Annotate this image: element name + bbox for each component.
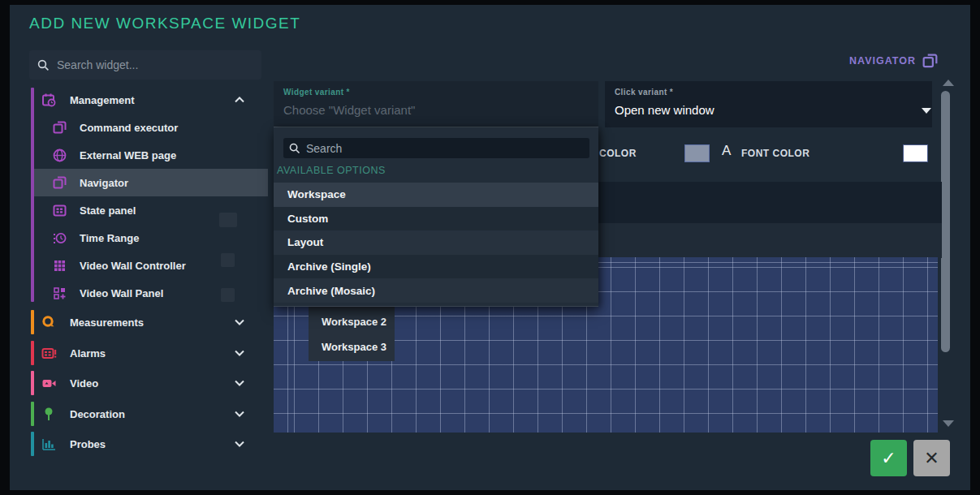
click-variant-label: Click variant *: [615, 88, 673, 97]
bar-chart-icon: [41, 436, 57, 452]
pin-icon: [41, 406, 57, 422]
dropdown-search-input[interactable]: [306, 142, 584, 155]
grid-icon: [52, 258, 67, 273]
sidebar-group-label: Decoration: [70, 408, 125, 420]
available-options-header: AVAILABLE OPTIONS: [277, 165, 386, 176]
workspace-item-label: Workspace 2: [322, 316, 386, 328]
chevron-down-icon[interactable]: [234, 347, 245, 359]
sidebar-item-external-web-page[interactable]: External WEB page: [34, 141, 268, 169]
close-icon: ✕: [924, 448, 939, 469]
sidebar-group-label: Probes: [70, 438, 106, 450]
calendar-clock-icon: [41, 92, 57, 108]
sidebar-item-navigator[interactable]: Navigator: [34, 169, 268, 196]
list-item[interactable]: Workspace 2: [309, 309, 395, 334]
click-variant-select[interactable]: Click variant * Open new window: [605, 81, 932, 127]
widget-variant-placeholder: Choose "Widget variant": [283, 103, 415, 117]
option-layout[interactable]: Layout: [274, 230, 598, 255]
option-workspace[interactable]: Workspace: [274, 183, 598, 207]
sidebar-item-label: External WEB page: [80, 149, 176, 161]
video-camera-icon: [41, 375, 57, 391]
sidebar-item-label: Time Range: [80, 232, 139, 244]
dimmed-background-icon: [221, 288, 235, 302]
sidebar-item-label: Command executor: [80, 122, 178, 134]
font-color-label: FONT COLOR: [741, 148, 809, 159]
clock-icon: [52, 230, 67, 246]
list-item[interactable]: Workspace 3: [309, 334, 395, 359]
search-icon: [37, 59, 50, 71]
font-glyph: A: [722, 143, 731, 159]
measuring-tape-icon: [41, 314, 57, 330]
option-archive-mosaic[interactable]: Archive (Mosaic): [274, 278, 598, 303]
scrollbar-thumb[interactable]: [941, 91, 950, 352]
color-swatch[interactable]: [684, 144, 710, 162]
widget-variant-label: Widget variant *: [283, 88, 350, 97]
navigator-label: NAVIGATOR: [849, 55, 916, 67]
chevron-down-icon[interactable]: [234, 377, 245, 389]
sidebar-group-probes[interactable]: Probes: [34, 430, 268, 458]
sidebar-group-label: Alarms: [70, 347, 106, 359]
widget-search[interactable]: [29, 50, 261, 80]
sidebar-group-label: Video: [70, 377, 98, 390]
widget-variant-dropdown: AVAILABLE OPTIONS Workspace Custom Layou…: [274, 127, 598, 307]
copy-icon: [52, 120, 67, 136]
navigator-header: NAVIGATOR: [767, 52, 938, 70]
option-archive-single[interactable]: Archive (Single): [274, 255, 598, 279]
sidebar-group-video[interactable]: Video: [34, 369, 268, 397]
font-color-swatch[interactable]: [903, 144, 928, 162]
confirm-button[interactable]: ✓: [870, 440, 907, 476]
sidebar-group-label: Management: [70, 94, 134, 106]
widget-variant-select[interactable]: Widget variant * Choose "Widget variant": [274, 81, 598, 127]
sidebar-group-management[interactable]: Management: [34, 86, 268, 114]
alarm-panel-icon: [41, 345, 57, 361]
sidebar-group-label: Measurements: [70, 316, 144, 329]
chevron-down-icon[interactable]: [234, 316, 245, 328]
cancel-button[interactable]: ✕: [913, 440, 950, 476]
sidebar-item-label: Navigator: [80, 177, 128, 189]
scrollbar-up-arrow[interactable]: [943, 80, 954, 86]
search-input[interactable]: [57, 58, 253, 71]
sidebar-group-measurements[interactable]: Measurements: [34, 308, 268, 336]
options-list: Workspace Custom Layout Archive (Single)…: [274, 183, 598, 303]
sidebar-item-label: Video Wall Controller: [80, 260, 186, 272]
dimmed-background-icon: [219, 213, 237, 227]
chevron-up-icon[interactable]: [234, 94, 245, 105]
globe-icon: [52, 148, 67, 163]
caret-down-icon[interactable]: [922, 108, 931, 114]
navigator-copy-icon: [922, 54, 938, 69]
sidebar-item-label: Video Wall Panel: [80, 287, 163, 299]
click-variant-value: Open new window: [615, 103, 714, 117]
sidebar-item-command-executor[interactable]: Command executor: [34, 114, 268, 141]
page-title: ADD NEW WORKSPACE WIDGET: [29, 15, 300, 32]
sidebar-item-label: State panel: [80, 204, 136, 217]
sidebar-item-time-range[interactable]: Time Range: [34, 224, 268, 252]
dimmed-background-icon: [221, 253, 235, 267]
option-custom[interactable]: Custom: [274, 207, 598, 231]
panel-grid-icon: [52, 203, 67, 218]
check-icon: ✓: [881, 448, 896, 469]
add-widget-dialog: ADD NEW WORKSPACE WIDGET Management Comm…: [10, 5, 970, 490]
chevron-down-icon[interactable]: [234, 408, 245, 420]
dropdown-search[interactable]: [283, 138, 589, 158]
grid-plus-icon: [52, 286, 67, 301]
chevron-down-icon[interactable]: [234, 438, 245, 450]
sidebar-group-decoration[interactable]: Decoration: [34, 400, 268, 428]
scrollbar-down-arrow[interactable]: [943, 420, 954, 427]
copy-icon: [52, 175, 67, 191]
color-label: COLOR: [599, 148, 637, 159]
workspace-item-label: Workspace 3: [322, 341, 386, 353]
search-icon: [289, 143, 300, 154]
sidebar-group-alarms[interactable]: Alarms: [34, 339, 268, 367]
